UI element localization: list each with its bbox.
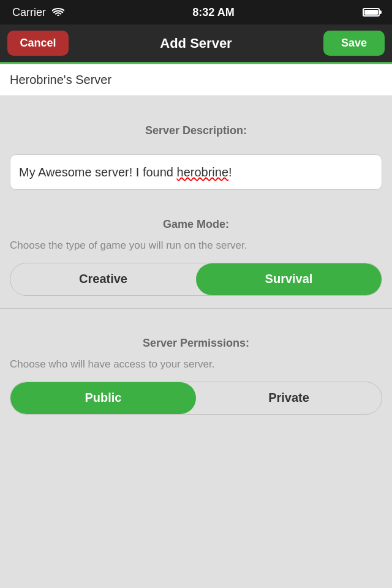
server-permissions-helper: Choose who will have access to your serv… [10, 357, 382, 372]
game-mode-label: Game Mode: [10, 218, 382, 231]
server-description-container[interactable]: My Awesome server! I found herobrine! [10, 154, 382, 190]
divider-2 [0, 190, 392, 208]
description-part1: My Awesome server! I found [19, 165, 177, 179]
game-mode-survival-segment[interactable]: Survival [196, 263, 382, 295]
status-bar-left: Carrier [12, 6, 64, 19]
creative-label: Creative [79, 272, 127, 286]
game-mode-section: Game Mode: Choose the type of game you w… [0, 208, 392, 253]
server-permissions-segmented-control[interactable]: Public Private [10, 382, 382, 415]
game-mode-segmented-control[interactable]: Creative Survival [10, 263, 382, 296]
server-description-label: Server Description: [10, 124, 382, 137]
save-button[interactable]: Save [323, 31, 385, 56]
status-bar-time: 8:32 AM [192, 6, 234, 19]
server-name-input[interactable] [10, 73, 382, 87]
divider-1 [0, 96, 392, 115]
permissions-public-segment[interactable]: Public [10, 382, 196, 414]
content-area: Server Description: My Awesome server! I… [0, 64, 392, 588]
nav-bar: Cancel Add Server Save [0, 24, 392, 64]
description-part3: ! [228, 165, 232, 179]
status-bar-right [363, 8, 380, 17]
permissions-private-segment[interactable]: Private [196, 382, 382, 414]
server-name-container [0, 64, 392, 96]
nav-title: Add Server [160, 36, 232, 51]
private-label: Private [268, 391, 309, 405]
server-permissions-section: Server Permissions: Choose who will have… [0, 327, 392, 372]
cancel-button[interactable]: Cancel [7, 31, 69, 56]
server-permissions-label: Server Permissions: [10, 337, 382, 350]
server-description-section: Server Description: [0, 115, 392, 154]
carrier-label: Carrier [12, 6, 46, 19]
description-part2: herobrine [177, 165, 229, 179]
divider-4 [0, 309, 392, 327]
wifi-icon [52, 6, 64, 19]
game-mode-creative-segment[interactable]: Creative [10, 263, 196, 295]
game-mode-helper: Choose the type of game you will run on … [10, 238, 382, 253]
survival-label: Survival [265, 272, 313, 286]
battery-icon [363, 8, 380, 17]
status-bar: Carrier 8:32 AM [0, 0, 392, 24]
public-label: Public [85, 391, 121, 405]
server-description-text[interactable]: My Awesome server! I found herobrine! [19, 164, 373, 181]
